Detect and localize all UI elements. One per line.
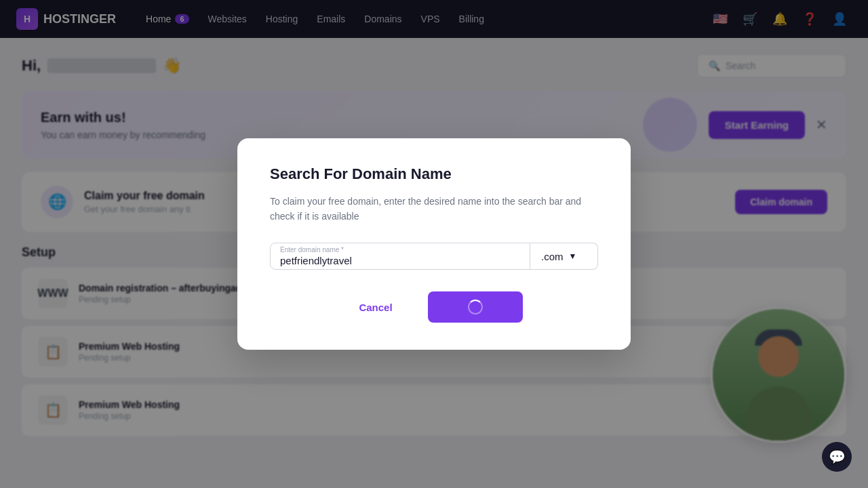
domain-input-wrapper: Enter domain name * xyxy=(270,243,530,270)
domain-search-modal: Search For Domain Name To claim your fre… xyxy=(237,138,631,350)
loading-spinner xyxy=(468,300,483,314)
domain-input-label: Enter domain name * xyxy=(280,246,520,253)
modal-title: Search For Domain Name xyxy=(270,165,598,183)
domain-input-row: Enter domain name * .com ▼ xyxy=(270,243,598,270)
domain-ext-select[interactable]: .com ▼ xyxy=(530,243,598,270)
modal-description: To claim your free domain, enter the des… xyxy=(270,194,598,224)
search-button[interactable] xyxy=(428,291,523,323)
cancel-button[interactable]: Cancel xyxy=(345,295,406,320)
domain-name-input[interactable] xyxy=(280,255,520,266)
modal-overlay: Search For Domain Name To claim your fre… xyxy=(0,0,868,488)
domain-ext-value: .com xyxy=(541,251,564,262)
chat-button[interactable]: 💬 xyxy=(822,442,852,472)
modal-actions: Cancel xyxy=(270,291,598,323)
chevron-down-icon: ▼ xyxy=(569,251,577,261)
chat-icon: 💬 xyxy=(829,449,846,465)
